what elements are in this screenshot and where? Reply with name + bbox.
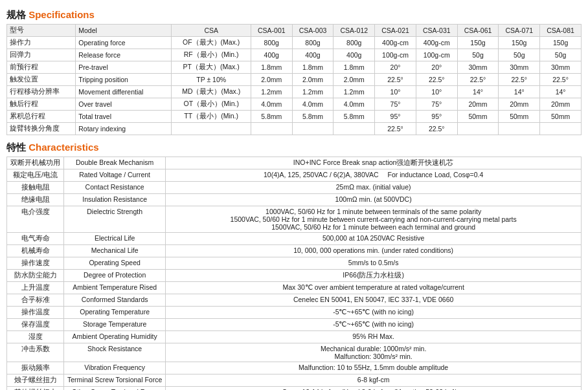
spec-val: 30mm [499,61,540,74]
spec-val: 20mm [540,98,582,111]
col-csa021: CSA-021 [375,25,416,37]
spec-val: 30mm [540,61,582,74]
char-zh: 接触电阻 [7,182,64,194]
spec-val: 2.0mm [251,74,292,86]
spec-row: 行程移动分辨率Movement differentialMD（最大）(Max.)… [7,86,582,98]
spec-zh: 行程移动分辨率 [7,86,76,98]
char-row: 额定电压/电流Rated Voltage / Current10(4)A, 12… [7,169,582,182]
char-en: Dielectric Strength [64,206,166,233]
spec-val: 50mm [457,111,499,123]
spec-val: 1.2mm [292,86,334,98]
spec-val: 1.2mm [334,86,375,98]
spec-val: 400g [251,49,292,61]
spec-title-zh: 规格 [6,9,26,20]
spec-val: 1.8mm [292,61,334,74]
char-value: Cenelec EN 50041, EN 50047, IEC 337-1, V… [166,294,582,307]
spec-val: 4.0mm [334,98,375,111]
spec-code: PT（最大）(Max.) [172,61,251,74]
char-value: 1000VAC, 50/60 Hz for 1 minute between t… [166,206,582,233]
spec-val: 400g [334,49,375,61]
char-en: Mechanical Life [64,245,166,257]
char-en: Ambient Temperature Rised [64,282,166,294]
col-en: Model [76,25,172,37]
spec-code [172,123,251,135]
char-row: 接触电阻Contact Resistance25mΩ max. (initial… [7,182,582,194]
char-title-zh: 特性 [6,142,26,153]
spec-zh: 累积总行程 [7,111,76,123]
char-row: 操作温度Operating Temperature-5℃~+65℃ (with … [7,307,582,319]
spec-val: 10° [375,86,416,98]
spec-section-title: 规格 Specifications [6,9,582,21]
spec-val: 22.5° [540,74,582,86]
char-value: 95% RH Max. [166,331,582,343]
char-row: 操作速度Operating Speed5mm/s to 0.5m/s [7,257,582,270]
char-en: Electrical Life [64,233,166,245]
spec-zh: 前预行程 [7,61,76,74]
spec-en: Total travel [76,111,172,123]
spec-val [251,123,292,135]
col-csa012: CSA-012 [334,25,375,37]
char-value: Mechanical durable: 1000m/s² min.Malfunc… [166,343,582,362]
spec-val: 22.5° [375,123,416,135]
spec-code: TT（最小）(Min.) [172,111,251,123]
spec-val: 22.5° [375,74,416,86]
char-value: IP66(防压力水柱级) [166,270,582,282]
spec-code: RF（最小）(Min.) [172,49,251,61]
spec-val: 50mm [499,111,540,123]
char-row: 合乎标准Conformed StandardsCenelec EN 50041,… [7,294,582,307]
spec-zh: 回弹力 [7,49,76,61]
spec-val: 800g [292,37,334,49]
spec-en: Operating force [76,37,172,49]
spec-val: 50g [540,49,582,61]
char-row: 烛子螺丝扭力Terminal Screw Torsional Force6-8 … [7,374,582,387]
col-csa003: CSA-003 [292,25,334,37]
spec-zh: 触发位置 [7,74,76,86]
char-row: 防水防尘能力Degree of ProtectionIP66(防压力水柱级) [7,270,582,282]
char-row: 振动频率Vibration FrequencyMalfunction: 10 t… [7,362,582,374]
char-zh: 防水防尘能力 [7,270,64,282]
char-row: 绝缘电阻Insulation Resistance100mΩ min. (at … [7,194,582,206]
char-en: Other Screw Torsional Force [64,387,166,391]
char-zh: 其他螺丝扭力 [7,387,64,391]
spec-val: 95° [375,111,416,123]
col-csa081: CSA-081 [540,25,582,37]
char-row: 保存温度Storage Temperature-5℃~+65℃ (with no… [7,319,582,331]
spec-val: 95° [416,111,457,123]
spec-zh: 触后行程 [7,98,76,111]
spec-val: 75° [375,98,416,111]
spec-val: 75° [416,98,457,111]
col-zh: 型号 [7,25,76,37]
spec-val: 150g [499,37,540,49]
spec-val: 14° [540,86,582,98]
spec-code: OF（最大）(Max.) [172,37,251,49]
char-row: 冲击系数Shock ResistanceMechanical durable: … [7,343,582,362]
char-zh: 振动频率 [7,362,64,374]
char-en: Conformed Standards [64,294,166,307]
spec-val: 800g [251,37,292,49]
spec-val: 30mm [457,61,499,74]
char-row: 其他螺丝扭力Other Screw Torsional ForceCover 1… [7,387,582,391]
char-row: 电气寿命Electrical Life500,000 at 10A 250VAC… [7,233,582,245]
char-en: Operating Temperature [64,307,166,319]
col-csa001: CSA-001 [251,25,292,37]
spec-val: 800g [334,37,375,49]
spec-val [292,123,334,135]
spec-row: 旋臂转换分角度Rotary indexing22.5°22.5° [7,123,582,135]
spec-val: 100g-cm [375,49,416,61]
spec-val: 50g [499,49,540,61]
spec-row: 触发位置Tripping positionTP ± 10%2.0mm2.0mm2… [7,74,582,86]
spec-code: TP ± 10% [172,74,251,86]
char-en: Insulation Resistance [64,194,166,206]
spec-row: 累积总行程Total travelTT（最小）(Min.)5.8mm5.8mm5… [7,111,582,123]
spec-val: 20mm [499,98,540,111]
char-zh: 冲击系数 [7,343,64,362]
spec-val: 5.8mm [251,111,292,123]
spec-val: 400g-cm [416,37,457,49]
spec-val: 20° [416,61,457,74]
char-value: Malfunction: 10 to 55Hz, 1.5mm double am… [166,362,582,374]
spec-val: 20° [375,61,416,74]
spec-row: 回弹力Release forceRF（最小）(Min.)400g400g400g… [7,49,582,61]
spec-val: 150g [540,37,582,49]
char-value: 25mΩ max. (initial value) [166,182,582,194]
char-zh: 合乎标准 [7,294,64,307]
